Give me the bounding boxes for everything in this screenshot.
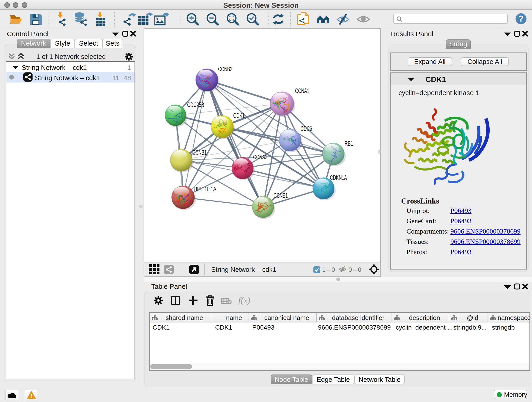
- svg-text:CDK1: CDK1: [233, 112, 245, 119]
- svg-text:CCNB1: CCNB1: [192, 149, 207, 156]
- svg-text:CDKN1A: CDKN1A: [330, 174, 347, 181]
- svg-text:CDC6: CDC6: [301, 125, 312, 132]
- svg-text:CCNB2: CCNB2: [218, 65, 232, 73]
- svg-text:CDC25B: CDC25B: [187, 101, 204, 108]
- svg-text:CCNA1: CCNA1: [295, 87, 309, 95]
- svg-text:HIST1H1A: HIST1H1A: [194, 185, 216, 193]
- svg-text:CCNA2: CCNA2: [253, 153, 267, 161]
- svg-text:CCNE1: CCNE1: [273, 192, 288, 199]
- svg-text:RB1: RB1: [345, 140, 353, 147]
